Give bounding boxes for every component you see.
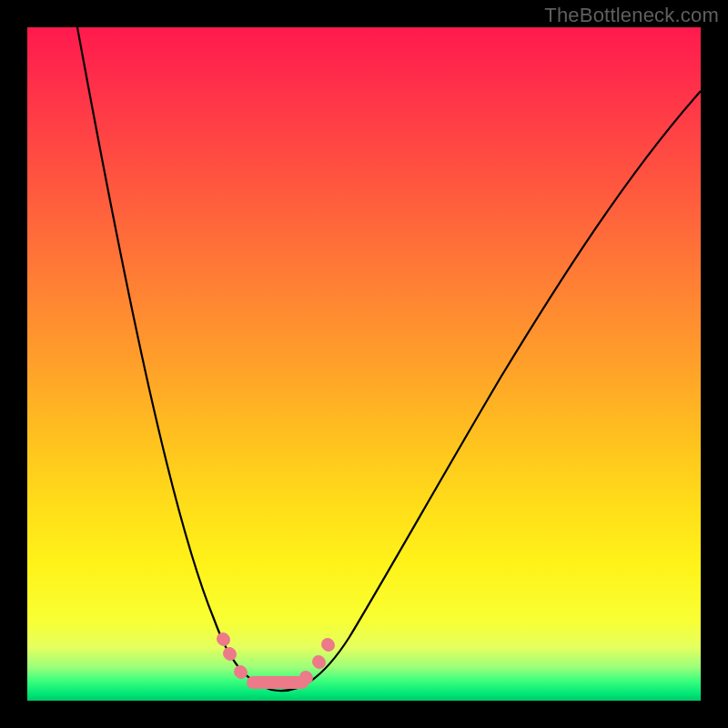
watermark-label: TheBottleneck.com <box>544 4 719 27</box>
plot-area <box>27 27 701 701</box>
curve-layer <box>27 27 701 701</box>
bottleneck-curve <box>77 27 701 691</box>
trough-marker <box>223 639 329 682</box>
chart-frame: TheBottleneck.com <box>0 0 728 728</box>
